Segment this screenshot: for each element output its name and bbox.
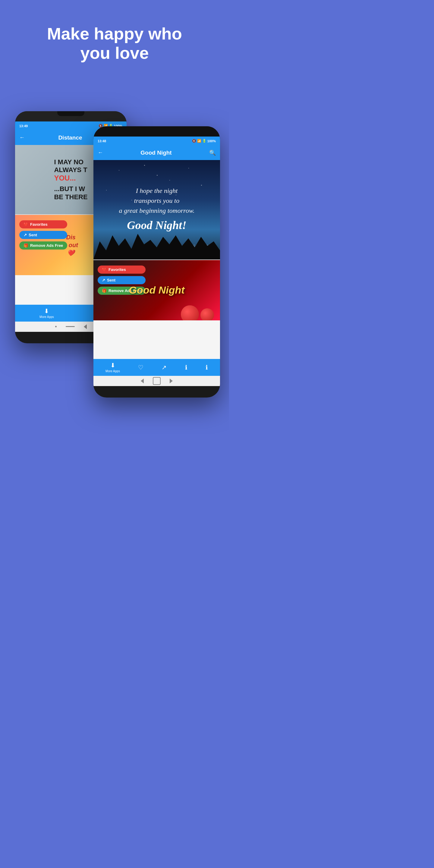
back-icon-back[interactable]: ← xyxy=(19,134,25,141)
info-bar-icon-front-1: ℹ xyxy=(185,364,187,371)
favorites-button-back[interactable]: ❤️ Favorites xyxy=(19,220,67,228)
phones-container: 13:49 🔇 📶 🔋 100% ← Distance 🔍 I MAY NO A… xyxy=(6,87,223,389)
phone-front-nav-bar xyxy=(93,376,220,386)
red-balls-decoration xyxy=(181,305,214,320)
search-icon-front[interactable]: 🔍 xyxy=(209,150,216,156)
sent-button-back[interactable]: ↗ Sent xyxy=(19,231,67,239)
nav-back-front[interactable] xyxy=(141,378,144,383)
gn-card2: Good Night ❤️ Favorites ↗ Sent xyxy=(93,260,220,320)
favorites-bar-front[interactable]: ♡ xyxy=(138,364,144,371)
gn-card1: I hope the night transports you to a gre… xyxy=(93,160,220,259)
share-bar-icon-front: ↗ xyxy=(161,364,167,371)
heart-bar-icon-front: ♡ xyxy=(138,364,144,371)
phone-front-notch xyxy=(93,126,220,136)
download-icon-front: ⬇ xyxy=(110,362,116,369)
phone-back-notch xyxy=(15,111,127,121)
phone-front-bottom-bar: ⬇ More Apps ♡ ↗ ℹ ℹ xyxy=(93,359,220,376)
app-title-front: Good Night xyxy=(106,150,206,156)
share-icon-back: ↗ xyxy=(24,233,27,237)
hero-title: Make happy who you love xyxy=(29,24,200,63)
remove-ads-button-back[interactable]: 🎁 Remove Ads Free xyxy=(19,241,67,250)
info-bar-front-2[interactable]: ℹ xyxy=(206,364,208,371)
phone-front-app-bar: ← Good Night 🔍 xyxy=(93,146,220,160)
download-icon-back: ⬇ xyxy=(44,307,49,315)
status-time-front: 13:48 xyxy=(98,139,106,143)
nav-dot-back xyxy=(55,326,57,327)
info-bar-icon-front-2: ℹ xyxy=(206,364,208,371)
heart-icon-front: ❤️ xyxy=(102,267,107,272)
gift-icon-back: 🎁 xyxy=(24,243,28,248)
gn-card1-text: I hope the night transports you to a gre… xyxy=(113,180,201,240)
float-buttons-back: ❤️ Favorites ↗ Sent 🎁 Remove Ads Free xyxy=(19,220,67,250)
more-apps-front[interactable]: ⬇ More Apps xyxy=(105,362,120,373)
red-ball-1 xyxy=(181,305,199,320)
dist-card1-text: I MAY NO ALWAYS T YOU... ...BUT I W BE T… xyxy=(48,152,93,207)
share-icon-front: ↗ xyxy=(102,278,105,282)
status-battery-front: 🔇 📶 🔋 100% xyxy=(192,139,216,143)
nav-forward-front[interactable] xyxy=(170,378,173,383)
nav-back-back[interactable] xyxy=(84,324,87,329)
phone-front: 13:48 🔇 📶 🔋 100% ← Good Night 🔍 xyxy=(93,126,220,398)
heart-icon-back: ❤️ xyxy=(24,222,28,227)
back-icon-front[interactable]: ← xyxy=(98,150,103,156)
phone-front-status-bar: 13:48 🔇 📶 🔋 100% xyxy=(93,136,220,146)
gift-icon-front: 🎁 xyxy=(102,288,107,293)
sent-button-front[interactable]: ↗ Sent xyxy=(98,276,146,284)
share-bar-front[interactable]: ↗ xyxy=(161,364,167,371)
status-time-back: 13:49 xyxy=(19,124,28,128)
favorites-button-front[interactable]: ❤️ Favorites xyxy=(98,266,146,274)
more-apps-back[interactable]: ⬇ More Apps xyxy=(39,307,54,318)
gn-card2-text: Good Night xyxy=(129,284,184,296)
nav-home-front[interactable] xyxy=(153,377,161,385)
info-bar-front-1[interactable]: ℹ xyxy=(185,364,187,371)
red-ball-2 xyxy=(200,308,214,320)
phone-front-screen: I hope the night transports you to a gre… xyxy=(93,160,220,359)
nav-line-back xyxy=(66,326,75,327)
